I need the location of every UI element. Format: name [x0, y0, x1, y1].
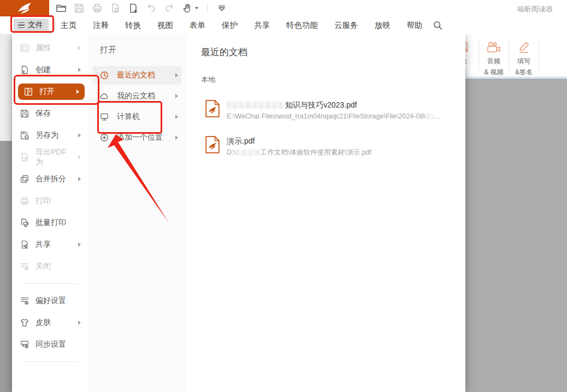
- sidebar-item-skin[interactable]: 皮肤: [12, 312, 88, 334]
- sidebar-item-save-as[interactable]: 另存为: [12, 124, 88, 146]
- hamburger-icon: [18, 22, 25, 28]
- recent-file-row[interactable]: 演示.pdf D:\工作文档\体验软件使用素材\演示.pdf: [205, 136, 465, 157]
- open-item-add-place[interactable]: 添加一个位置: [93, 128, 181, 147]
- sidebar-item-open[interactable]: 打开: [18, 84, 85, 100]
- sidebar-item-close[interactable]: 关闭: [12, 256, 88, 277]
- redo-icon[interactable]: [163, 2, 175, 14]
- file-name: 演示.pdf: [227, 136, 371, 146]
- sidebar-item-properties[interactable]: 属性: [12, 37, 88, 59]
- file-menu-label: 文件: [28, 20, 43, 30]
- ribbon-group-label: 音频: [487, 57, 500, 66]
- search-icon[interactable]: [433, 20, 443, 31]
- file-path: D:\工作文档\体验软件使用素材\演示.pdf: [227, 148, 371, 157]
- ribbon-group-label: & 视频: [484, 68, 503, 76]
- sidebar-item-label: 批量打印: [36, 218, 66, 228]
- collapsed-nav-strip-lower: [0, 141, 12, 392]
- hand-tool-icon: [181, 2, 193, 14]
- properties-icon: [20, 43, 29, 53]
- redacted-text: [426, 114, 434, 120]
- sidebar-item-preferences[interactable]: 偏好设置: [12, 290, 88, 312]
- tab-form[interactable]: 表单: [190, 20, 205, 31]
- tab-share[interactable]: 共享: [254, 20, 270, 31]
- sidebar-item-label: 打开: [39, 87, 55, 97]
- tab-home[interactable]: 主页: [61, 20, 76, 31]
- window-title: 福昕阅读器: [517, 4, 553, 14]
- sidebar-item-label: 打印: [36, 196, 51, 206]
- collapse-ribbon-icon[interactable]: [216, 2, 228, 14]
- recent-documents-title: 最近的文档: [201, 46, 465, 58]
- batch-print-icon: [20, 218, 29, 228]
- sidebar-item-label: 合并拆分: [36, 174, 66, 184]
- submenu-arrow-icon: [78, 46, 81, 50]
- menubar-separator: [55, 21, 55, 29]
- ribbon-group-audio-video[interactable]: 音频 & 视频: [479, 34, 509, 76]
- tab-slideshow[interactable]: 放映: [375, 20, 391, 31]
- collapsed-nav-strip: [0, 34, 12, 141]
- open-folder-icon[interactable]: [55, 2, 67, 14]
- sidebar-item-label: 属性: [36, 43, 51, 53]
- export-pdf-icon: [20, 152, 29, 162]
- recent-file-row[interactable]: 知识与技巧v2023.pdf E:\WeChat Files\wxid_rra1…: [205, 100, 465, 121]
- tab-view[interactable]: 视图: [157, 20, 173, 31]
- title-bar: 福昕阅读器: [0, 0, 567, 16]
- cloud-icon: [99, 91, 109, 101]
- open-panel: 打开 最近的文档 我的云文档 计算机 添加一个位置: [88, 34, 186, 392]
- sidebar-item-label: 保存: [36, 109, 51, 118]
- tab-convert[interactable]: 转换: [125, 20, 141, 31]
- clock-icon: [99, 70, 109, 80]
- add-place-icon: [99, 133, 109, 142]
- tab-comment[interactable]: 注释: [93, 20, 109, 31]
- file-menu-sidebar: 属性 创建 打开 保存 另存为 导出PDF为 合并拆分: [12, 34, 88, 392]
- ribbon-group-label: &签名: [515, 68, 533, 76]
- open-item-label: 添加一个位置: [117, 133, 163, 142]
- quick-access-toolbar: [55, 0, 228, 16]
- file-backstage-panel: 属性 创建 打开 保存 另存为 导出PDF为 合并拆分: [12, 34, 465, 392]
- sidebar-item-create[interactable]: 创建: [12, 59, 88, 81]
- tab-special-features[interactable]: 特色功能: [286, 20, 318, 31]
- sidebar-item-label: 创建: [36, 65, 51, 75]
- sync-settings-icon: [20, 340, 29, 349]
- tab-help[interactable]: 帮助: [407, 20, 423, 31]
- app-logo-button[interactable]: [0, 0, 49, 16]
- sidebar-item-export-pdf[interactable]: 导出PDF为: [12, 146, 88, 168]
- copy-page-icon[interactable]: [109, 2, 121, 14]
- local-group-label: 本地: [201, 75, 465, 85]
- pdf-file-icon: [205, 100, 220, 117]
- file-path-ellipsis: ...: [434, 112, 440, 121]
- submenu-arrow-icon: [76, 90, 79, 94]
- file-info: 演示.pdf D:\工作文档\体验软件使用素材\演示.pdf: [227, 136, 371, 157]
- hand-tool-dropdown[interactable]: [181, 2, 199, 14]
- sidebar-item-print[interactable]: 打印: [12, 190, 88, 212]
- new-document-icon[interactable]: [127, 2, 139, 14]
- sidebar-item-share[interactable]: 共享: [12, 234, 88, 256]
- share-icon: [20, 240, 29, 250]
- sidebar-item-sync-settings[interactable]: 同步设置: [12, 334, 88, 355]
- undo-icon[interactable]: [145, 2, 157, 14]
- tab-protect[interactable]: 保护: [222, 20, 238, 31]
- submenu-arrow-icon: [175, 115, 178, 119]
- foxit-logo-icon: [16, 2, 33, 14]
- file-menu-button[interactable]: 文件: [14, 19, 49, 32]
- toolbar-separator: [207, 4, 208, 13]
- sidebar-item-label: 偏好设置: [36, 296, 66, 306]
- save-icon: [20, 109, 29, 118]
- file-info: 知识与技巧v2023.pdf E:\WeChat Files\wxid_rra1…: [227, 100, 440, 121]
- open-item-cloud-documents[interactable]: 我的云文档: [93, 87, 181, 105]
- sidebar-item-merge-split[interactable]: 合并拆分: [12, 168, 88, 190]
- sidebar-divider: [22, 283, 79, 284]
- print-icon[interactable]: [91, 2, 103, 14]
- open-item-recent-documents[interactable]: 最近的文档: [93, 66, 181, 85]
- pencil-icon: [517, 40, 531, 55]
- sidebar-item-save[interactable]: 保存: [12, 103, 88, 124]
- open-item-computer[interactable]: 计算机: [93, 108, 181, 126]
- ribbon-separator: [539, 39, 539, 71]
- skin-icon: [20, 318, 29, 328]
- ribbon-group-fill-sign[interactable]: 填写 &签名: [509, 34, 539, 76]
- sidebar-item-label: 皮肤: [36, 318, 51, 328]
- save-as-icon: [20, 130, 29, 140]
- save-icon[interactable]: [73, 2, 85, 14]
- submenu-arrow-icon: [78, 155, 81, 159]
- computer-icon: [99, 112, 109, 122]
- tab-cloud-service[interactable]: 云服务: [334, 20, 358, 31]
- sidebar-item-batch-print[interactable]: 批量打印: [12, 212, 88, 234]
